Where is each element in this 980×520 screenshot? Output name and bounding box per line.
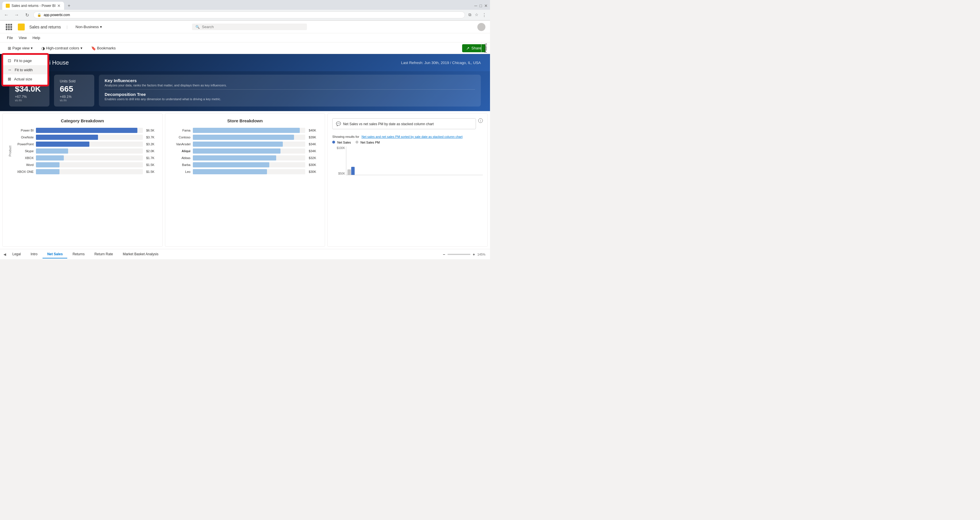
net-sales-pm-dot — [355, 141, 358, 144]
lock-icon: 🔒 — [37, 13, 41, 17]
tab-market-basket[interactable]: Market Basket Analysis — [118, 250, 163, 258]
more-icon[interactable]: ⋮ — [481, 11, 488, 19]
search-box[interactable]: 🔍 — [192, 24, 307, 30]
zoom-in-button[interactable]: + — [473, 252, 475, 257]
qa-query-box[interactable]: 💬 Net Sales vs net sales PM by date as s… — [332, 118, 476, 129]
net-sales-subtitle: vs /m — [15, 99, 44, 102]
bar-value: $3.2K — [146, 143, 158, 146]
tab-favicon — [6, 4, 10, 8]
tab-returns[interactable]: Returns — [68, 250, 89, 258]
tab-intro-label: Intro — [30, 252, 37, 256]
tab-close-button[interactable]: ✕ — [57, 3, 60, 8]
tab-intro[interactable]: Intro — [26, 250, 42, 258]
legend-net-sales-pm: Net Sales PM — [355, 141, 380, 144]
bookmarks-button[interactable]: 🔖 Bookmarks — [88, 44, 119, 52]
key-influencers-title: Key Influencers — [105, 78, 475, 83]
qa-showing-section: Showing results for Net sales and net sa… — [332, 135, 483, 138]
active-tab[interactable]: Sales and returns - Power BI ✕ — [2, 2, 64, 10]
close-icon[interactable]: ✕ — [484, 3, 488, 8]
bar-value: $30K — [309, 163, 320, 166]
high-contrast-button[interactable]: ◑ High-contrast colors ▾ — [38, 44, 86, 52]
waffle-menu-button[interactable] — [5, 23, 13, 31]
high-contrast-chevron: ▾ — [81, 46, 83, 50]
bar-label: Leo — [170, 170, 191, 173]
mini-bar-net — [351, 167, 355, 175]
bar-label: Aliqui — [170, 149, 191, 153]
table-row: Fama $40K — [170, 128, 320, 133]
address-bar[interactable]: 🔒 app.powerbi.com — [33, 11, 465, 18]
qa-bar-group-1 — [347, 147, 363, 175]
new-tab-button[interactable]: + — [65, 2, 72, 10]
filters-label: Filters — [484, 43, 488, 53]
tab-return-rate[interactable]: Return Rate — [90, 250, 118, 258]
search-input[interactable] — [202, 25, 304, 29]
legend-net-sales: Net Sales — [332, 141, 351, 144]
fit-to-page-label: Fit to page — [14, 59, 32, 63]
qa-showing-value[interactable]: Net sales and net sales PM sorted by sal… — [361, 135, 463, 138]
menu-file[interactable]: File — [5, 35, 15, 41]
bar-track — [36, 155, 143, 160]
bar-track — [36, 169, 143, 174]
bar-track — [36, 149, 143, 154]
qa-query-text: Net Sales vs net sales PM by date as sta… — [343, 122, 434, 126]
fit-to-width-option[interactable]: ↔ Fit to width — [3, 65, 48, 75]
table-row: Contoso $39K — [170, 135, 320, 140]
zoom-slider[interactable] — [447, 254, 471, 255]
tab-legal[interactable]: Legal — [8, 250, 25, 258]
table-row: Skype $2.0K — [13, 149, 158, 154]
back-button[interactable]: ← — [2, 11, 10, 19]
table-row: XBOX $1.7K — [13, 155, 158, 160]
bar-value: $34K — [309, 143, 320, 146]
minimize-icon[interactable]: ─ — [474, 3, 477, 8]
info-icon[interactable]: i — [478, 118, 483, 123]
bar-label: XBOX — [13, 156, 33, 160]
workspace-selector[interactable]: Non-Business ▾ — [73, 24, 104, 30]
menu-view[interactable]: View — [16, 35, 29, 41]
category-bars: Power BI $6.5K OneNote $3.7K PowerPoint — [13, 128, 158, 174]
tab-return-rate-label: Return Rate — [94, 252, 113, 256]
decomposition-tree-title: Decomposition Tree — [105, 92, 475, 97]
extensions-icon[interactable]: ⧉ — [467, 11, 473, 19]
zoom-out-button[interactable]: − — [443, 252, 445, 257]
menu-help[interactable]: Help — [30, 35, 43, 41]
tab-net-sales[interactable]: Net Sales — [43, 250, 67, 258]
decomposition-tree-feature[interactable]: Decomposition Tree Enables users to dril… — [105, 92, 475, 103]
tab-legal-label: Legal — [12, 252, 21, 256]
refresh-button[interactable]: ↻ — [23, 11, 31, 19]
nav-icons: ⧉ ☆ ⋮ — [467, 11, 488, 19]
category-bar-chart: Product Power BI $6.5K OneNote $3.7K — [7, 128, 158, 174]
qa-query-icon: 💬 — [336, 122, 341, 126]
high-contrast-label: High-contrast colors — [46, 46, 79, 50]
app-title: Sales and returns — [29, 25, 61, 29]
table-row: PowerPoint $3.2K — [13, 141, 158, 147]
page-view-label: Page view — [12, 46, 30, 50]
qa-chart-card[interactable]: 💬 Net Sales vs net sales PM by date as s… — [327, 113, 488, 247]
menu-bar: File View Help — [0, 33, 490, 43]
bar-track — [193, 155, 305, 160]
forward-button[interactable]: → — [13, 11, 21, 19]
fit-to-page-option[interactable]: ⊡ Fit to page — [3, 56, 48, 65]
store-breakdown-chart[interactable]: Store Breakdown Fama $40K Contoso $39K — [165, 113, 325, 247]
bar-track — [193, 162, 305, 167]
kpi-section: Net Sales $34.0K +67.7% vs /m Units Sold… — [0, 71, 490, 111]
table-row: Power BI $6.5K — [13, 128, 158, 133]
qa-legend: Net Sales Net Sales PM — [332, 141, 483, 144]
tab-scroll-left[interactable]: ◀ — [2, 251, 7, 258]
bar-value: $2.0K — [146, 149, 158, 153]
actual-size-option[interactable]: ⊠ Actual size — [3, 75, 48, 84]
table-row: OneNote $3.7K — [13, 135, 158, 140]
category-breakdown-chart[interactable]: Category Breakdown Product Power BI $6.5… — [2, 113, 163, 247]
tab-returns-label: Returns — [72, 252, 84, 256]
bar-value: $40K — [309, 128, 320, 132]
user-avatar[interactable] — [477, 23, 485, 31]
page-view-button[interactable]: ⊞ Page view ▾ — [5, 44, 36, 52]
key-influencers-feature[interactable]: Key Influencers Analyzes your data, rank… — [105, 78, 475, 90]
bar-label: VanArsdel — [170, 143, 191, 146]
favorites-icon[interactable]: ☆ — [474, 11, 480, 19]
bar-track — [36, 141, 143, 147]
mini-bar-pm — [347, 170, 351, 175]
maximize-icon[interactable]: □ — [480, 3, 482, 8]
bar-label: Word — [13, 163, 33, 166]
bar-track — [193, 128, 305, 133]
filters-panel-toggle[interactable]: Filters — [481, 43, 490, 54]
